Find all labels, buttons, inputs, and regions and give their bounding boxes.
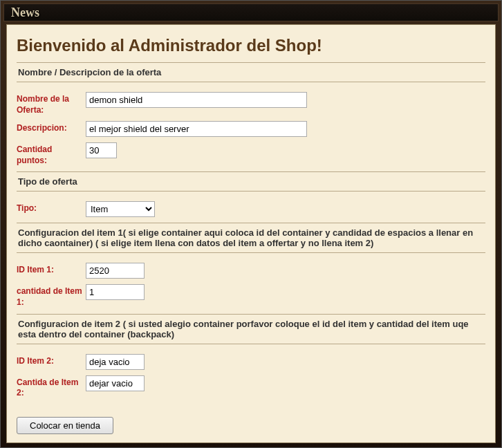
news-title: News [11, 6, 39, 20]
label-qty-item1: cantidad de Item 1: [17, 284, 86, 308]
label-id-item2: ID Item 2: [17, 354, 86, 367]
input-id-item2[interactable] [86, 354, 145, 370]
section-heading-oferta: Nombre / Descripcion de la oferta [17, 62, 485, 82]
input-puntos[interactable] [86, 142, 117, 158]
section-heading-tipo: Tipo de oferta [17, 171, 485, 192]
submit-button[interactable]: Colocar en tienda [17, 417, 113, 434]
input-descripcion[interactable] [86, 121, 307, 137]
page-title: Bienvenido al Administrador del Shop! [17, 36, 485, 55]
news-header: News [3, 3, 499, 21]
input-id-item1[interactable] [86, 263, 145, 279]
label-puntos: Cantidad puntos: [17, 142, 86, 166]
label-nombre-oferta: Nombre de la Oferta: [17, 92, 86, 115]
select-tipo[interactable]: Item [86, 201, 155, 217]
section-heading-item2: Configuracion de item 2 ( si usted alegi… [17, 314, 485, 344]
content-panel: Bienvenido al Administrador del Shop! No… [6, 24, 496, 443]
label-descripcion: Descripcion: [17, 121, 86, 134]
section-heading-item1: Configuracion del item 1( si elige conta… [17, 223, 485, 253]
input-nombre-oferta[interactable] [86, 92, 307, 108]
input-qty-item2[interactable] [86, 375, 145, 391]
window-frame: News Bienvenido al Administrador del Sho… [0, 0, 502, 448]
label-tipo: Tipo: [17, 201, 86, 214]
input-qty-item1[interactable] [86, 284, 145, 300]
label-qty-item2: Cantida de Item 2: [17, 375, 86, 399]
label-id-item1: ID Item 1: [17, 263, 86, 276]
